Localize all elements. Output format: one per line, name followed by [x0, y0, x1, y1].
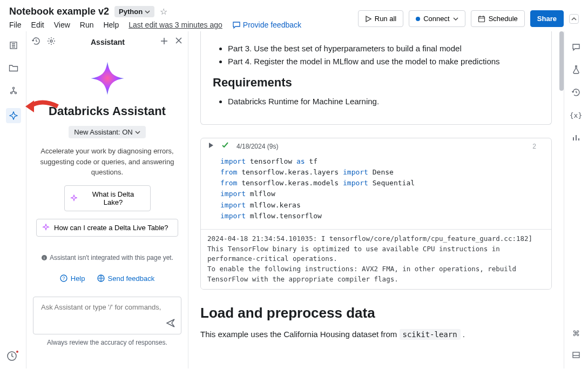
send-feedback-link[interactable]: Send feedback	[97, 274, 155, 283]
svg-point-4	[15, 92, 16, 93]
comment-icon	[232, 21, 241, 29]
assistant-logo	[89, 60, 126, 97]
run-all-button[interactable]: Run all	[358, 10, 403, 27]
keyboard-shortcuts-icon[interactable]: ⌘	[571, 328, 581, 338]
history-icon[interactable]	[32, 37, 40, 47]
md-heading-requirements: Requirements	[213, 76, 539, 90]
menu-help[interactable]: Help	[103, 21, 119, 29]
menu-edit[interactable]: Edit	[31, 21, 44, 29]
not-integrated-note: i Assistant isn't integrated with this p…	[41, 254, 173, 261]
schedule-button[interactable]: Schedule	[471, 10, 525, 27]
notebook-title[interactable]: Notebook example v2	[9, 6, 109, 17]
help-icon: ?	[60, 274, 67, 282]
chevron-down-icon	[453, 16, 458, 22]
success-check-icon	[221, 142, 229, 151]
language-label: Python	[119, 8, 143, 16]
suggestion-label: How can I create a Delta Live Table?	[54, 224, 168, 232]
history-badge[interactable]	[6, 350, 19, 363]
connect-label: Connect	[423, 15, 449, 23]
suggestion-label: What is Delta Lake?	[82, 190, 144, 206]
chevron-up-icon	[571, 16, 577, 22]
para-text: This example uses the California Housing…	[200, 330, 400, 339]
svg-point-3	[10, 92, 12, 93]
collapse-toggle[interactable]	[569, 14, 579, 24]
assistant-rail-icon[interactable]	[6, 108, 21, 123]
settings-gear-icon[interactable]	[47, 37, 56, 47]
assistant-input-box[interactable]	[33, 297, 181, 334]
share-label: Share	[537, 15, 557, 23]
help-link[interactable]: ? Help	[60, 274, 85, 283]
svg-point-2	[12, 87, 14, 89]
code-cell[interactable]: 4/18/2024 (9s) 2 import tensorflow as tf…	[200, 138, 552, 290]
svg-rect-0	[478, 16, 484, 22]
experiments-icon[interactable]	[571, 65, 581, 75]
chevron-down-icon	[135, 130, 140, 135]
scrollbar[interactable]	[559, 31, 564, 91]
md-list-item: Part 4. Register the model in MLflow and…	[228, 55, 539, 68]
calendar-icon	[478, 15, 485, 23]
play-icon	[365, 16, 371, 22]
svg-text:?: ?	[62, 276, 65, 281]
code-block[interactable]: import tensorflow as tffrom tensorflow.k…	[201, 154, 551, 229]
run-all-label: Run all	[375, 15, 396, 23]
notebook-main[interactable]: Part 3. Use the best set of hyperparamet…	[188, 31, 564, 368]
suggestion-delta-lake[interactable]: What is Delta Lake?	[64, 185, 151, 211]
left-rail	[1, 31, 26, 368]
status-dot-icon	[416, 17, 420, 21]
note-text: Assistant isn't integrated with this pag…	[50, 254, 173, 261]
assistant-input[interactable]	[40, 303, 174, 312]
language-selector[interactable]: Python	[114, 6, 154, 17]
sparkle-icon	[42, 224, 50, 231]
send-feedback-label: Send feedback	[108, 274, 155, 283]
last-edit-info[interactable]: Last edit was 3 minutes ago	[129, 21, 222, 29]
dashboard-icon[interactable]	[571, 133, 581, 143]
sparkle-icon	[70, 194, 78, 202]
cell-index: 2	[532, 143, 544, 150]
panel-toggle-icon[interactable]	[571, 350, 581, 360]
favorite-star-icon[interactable]: ☆	[160, 6, 167, 17]
md-list-item: Part 3. Use the best set of hyperparamet…	[228, 42, 539, 55]
toc-icon[interactable]	[8, 40, 19, 51]
schema-icon[interactable]	[8, 85, 19, 96]
revision-history-icon[interactable]	[571, 88, 581, 97]
globe-icon	[97, 274, 105, 282]
cell-run-timestamp: 4/18/2024 (9s)	[236, 143, 278, 150]
connect-button[interactable]: Connect	[409, 10, 465, 27]
assistant-heading: Databricks Assistant	[49, 104, 166, 118]
notification-dot	[15, 350, 19, 354]
menu-file[interactable]: File	[9, 21, 22, 29]
feedback-label: Provide feedback	[243, 21, 301, 29]
suggestion-delta-live-table[interactable]: How can I create a Delta Live Table?	[36, 219, 178, 237]
share-button[interactable]: Share	[530, 10, 564, 27]
help-label: Help	[71, 274, 85, 283]
menu-run[interactable]: Run	[80, 21, 94, 29]
markdown-cell[interactable]: Part 3. Use the best set of hyperparamet…	[200, 31, 552, 125]
chevron-down-icon	[145, 9, 150, 15]
comments-icon[interactable]	[571, 42, 581, 52]
run-cell-icon[interactable]	[208, 142, 214, 150]
assistant-description: Accelerate your work by diagnosing error…	[36, 146, 178, 178]
folder-icon[interactable]	[8, 63, 19, 73]
svg-text:i: i	[44, 256, 45, 260]
svg-rect-12	[573, 352, 579, 358]
variables-icon[interactable]: {x}	[571, 110, 581, 120]
right-rail: {x} ⌘	[564, 31, 587, 368]
para-text: .	[463, 330, 465, 339]
cell-output: 2024-04-18 21:34:54.101035: I tensorflow…	[201, 229, 551, 289]
assistant-panel: Assistant Databr	[26, 31, 188, 368]
assistant-toggle[interactable]: New Assistant: ON	[69, 126, 145, 138]
schedule-label: Schedule	[489, 15, 518, 23]
section-paragraph: This example uses the California Housing…	[200, 330, 552, 339]
provide-feedback-link[interactable]: Provide feedback	[232, 21, 301, 29]
menu-view[interactable]: View	[54, 21, 70, 29]
info-icon: i	[41, 254, 48, 261]
inline-code: scikit-learn	[400, 329, 461, 340]
send-icon[interactable]	[166, 318, 175, 330]
assistant-panel-title: Assistant	[56, 38, 160, 46]
section-heading-load: Load and preprocess data	[200, 305, 552, 321]
md-list-item: Databricks Runtime for Machine Learning.	[228, 95, 539, 108]
toggle-label: New Assistant: ON	[74, 128, 132, 136]
new-chat-icon[interactable]	[160, 37, 168, 47]
close-icon[interactable]	[175, 37, 183, 47]
svg-point-6	[50, 40, 52, 42]
